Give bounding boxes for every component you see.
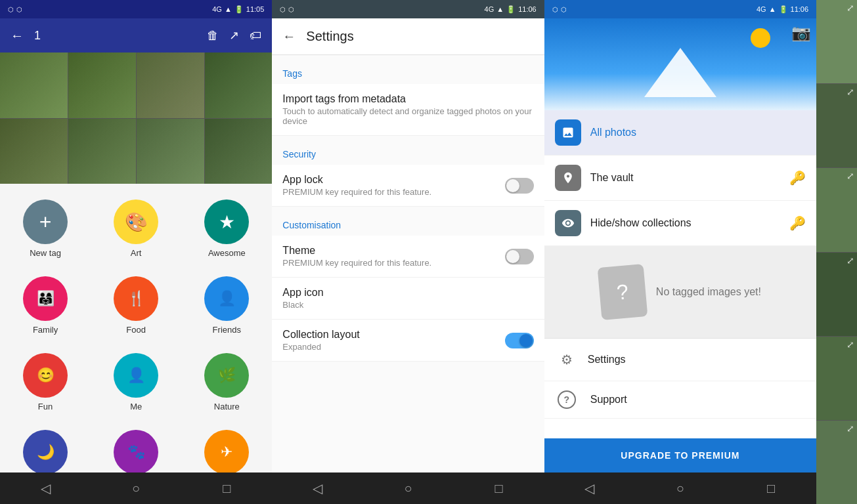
share-button[interactable]: ↗: [229, 28, 239, 43]
tag-item-friends[interactable]: 👤 Friends: [181, 267, 272, 344]
tag-label-nature: Nature: [214, 402, 240, 411]
photo-cell-7[interactable]: [137, 119, 204, 184]
collection-layout-text: Collection layout Expanded: [282, 329, 504, 352]
tag-item-me[interactable]: 👤 Me: [91, 344, 181, 421]
status-info-right-2: 4G ▲ 🔋 11:06: [485, 5, 537, 14]
tag-item-fun[interactable]: 😊 Fun: [0, 344, 91, 421]
back-nav-3[interactable]: ◁: [577, 475, 603, 501]
import-tags-item[interactable]: Import tags from metadata Touch to autom…: [272, 84, 544, 136]
nav-settings-item[interactable]: ⚙ Settings: [544, 339, 816, 381]
expand-icon-4[interactable]: ⤢: [846, 255, 854, 266]
collection-layout-item[interactable]: Collection layout Expanded: [272, 320, 544, 362]
tag-button[interactable]: 🏷: [250, 29, 261, 43]
panel-main: ⬡ ⬡ 4G ▲ 🔋 11:06 📷 All photos: [544, 0, 816, 504]
app-lock-toggle[interactable]: [505, 178, 534, 194]
photo-cell-1[interactable]: [0, 52, 68, 118]
nav-list: All photos The vault 🔑 Hide/show collect…: [544, 110, 816, 438]
toolbar-1: ← 1 🗑 ↗ 🏷: [0, 18, 272, 52]
expand-icon-6[interactable]: ⤢: [846, 423, 854, 434]
no-images-section: ? No tagged images yet!: [544, 246, 816, 339]
theme-toggle[interactable]: [505, 249, 534, 264]
tag-item-awesome[interactable]: ★ Awesome: [181, 190, 272, 267]
tag-circle-fun: 😊: [23, 353, 68, 398]
photo-cell-6[interactable]: [68, 119, 136, 184]
theme-sub: PREMIUM key required for this feature.: [282, 258, 504, 268]
tag-item-pets[interactable]: 🐾 Pets: [91, 421, 181, 472]
tag-circle-new-tag: +: [23, 200, 68, 244]
nav-support-item[interactable]: ? Support: [544, 381, 816, 419]
tag-item-travel[interactable]: ✈ Travel: [181, 421, 272, 472]
hide-show-key-icon: 🔑: [789, 215, 806, 231]
no-images-text: No tagged images yet!: [656, 286, 761, 298]
nav-all-photos[interactable]: All photos: [544, 110, 816, 156]
network-type-2: 4G: [485, 5, 494, 13]
upgrade-button[interactable]: UPGRADE TO PREMIUM: [544, 438, 816, 472]
photo-cell-5[interactable]: [0, 119, 68, 184]
photo-cell-2[interactable]: [68, 52, 136, 118]
tag-label-new-tag: New tag: [30, 248, 61, 258]
right-photo-3[interactable]: ⤢: [816, 168, 857, 251]
home-nav-2[interactable]: ○: [395, 475, 422, 501]
tag-circle-travel: ✈: [204, 430, 249, 472]
right-photo-1[interactable]: ⤢: [816, 0, 857, 83]
bottom-nav-list: ⚙ Settings ? Support: [544, 339, 816, 419]
tag-item-family[interactable]: 👨‍👩‍👧 Family: [0, 267, 91, 344]
nav-bar-2: ◁ ○ □: [272, 472, 544, 504]
app-lock-label: App lock: [282, 174, 504, 186]
android-icon3: ⬡: [280, 6, 286, 13]
nav-hide-show[interactable]: Hide/show collections 🔑: [544, 201, 816, 246]
tag-circle-nature: 🌿: [204, 353, 249, 398]
photo-cell-8[interactable]: [205, 119, 273, 184]
back-nav-2[interactable]: ◁: [304, 475, 330, 501]
status-bar-2: ⬡ ⬡ 4G ▲ 🔋 11:06: [272, 0, 544, 18]
settings-content: Tags Import tags from metadata Touch to …: [272, 55, 544, 472]
right-photo-4[interactable]: ⤢: [816, 253, 857, 336]
expand-icon-3[interactable]: ⤢: [846, 171, 854, 181]
back-nav-1[interactable]: ◁: [32, 475, 58, 501]
app-lock-item[interactable]: App lock PREMIUM key required for this f…: [272, 165, 544, 207]
all-photos-label: All photos: [590, 127, 806, 138]
tag-item-food[interactable]: 🍴 Food: [91, 267, 181, 344]
recent-nav-2[interactable]: □: [486, 475, 512, 501]
camera-icon[interactable]: 📷: [791, 24, 811, 42]
all-photos-icon: [555, 119, 581, 146]
theme-item[interactable]: Theme PREMIUM key required for this feat…: [272, 236, 544, 278]
photo-cell-4[interactable]: [205, 52, 273, 118]
nav-the-vault[interactable]: The vault 🔑: [544, 156, 816, 201]
collection-layout-toggle[interactable]: [505, 333, 534, 348]
tag-circle-night: 🌙: [23, 430, 68, 472]
back-button-settings[interactable]: ←: [282, 29, 296, 44]
tag-circle-pets: 🐾: [114, 430, 158, 472]
expand-icon-5[interactable]: ⤢: [846, 339, 854, 350]
home-nav-1[interactable]: ○: [123, 475, 149, 501]
tag-item-nature[interactable]: 🌿 Nature: [181, 344, 272, 421]
status-icons-left-3: ⬡ ⬡: [552, 6, 567, 13]
delete-button[interactable]: 🗑: [207, 29, 219, 43]
tag-item-new-tag[interactable]: + New tag: [0, 190, 91, 267]
app-header: 📷: [544, 18, 816, 110]
recent-nav-3[interactable]: □: [758, 475, 784, 501]
expand-icon-2[interactable]: ⤢: [846, 87, 854, 97]
app-lock-text: App lock PREMIUM key required for this f…: [282, 174, 504, 197]
import-tags-sub: Touch to automatically detect and organi…: [282, 106, 533, 126]
back-button-1[interactable]: ←: [11, 28, 24, 43]
app-icon-sub: Black: [282, 300, 533, 310]
section-tags: Tags Import tags from metadata Touch to …: [272, 55, 544, 136]
signal-icon-1: ▲: [225, 5, 232, 13]
home-nav-3[interactable]: ○: [667, 475, 693, 501]
expand-icon-1[interactable]: ⤢: [846, 3, 854, 13]
right-photo-6[interactable]: ⤢: [816, 421, 857, 504]
tag-circle-me: 👤: [114, 353, 158, 398]
photo-cell-3[interactable]: [137, 52, 204, 118]
tag-circle-awesome: ★: [204, 200, 249, 244]
tag-item-art[interactable]: 🎨 Art: [91, 190, 181, 267]
theme-text: Theme PREMIUM key required for this feat…: [282, 245, 504, 268]
right-photo-2[interactable]: ⤢: [816, 84, 857, 167]
right-photo-5[interactable]: ⤢: [816, 337, 857, 420]
recent-nav-1[interactable]: □: [213, 475, 240, 501]
app-icon-item[interactable]: App icon Black: [272, 278, 544, 320]
tag-label-fun: Fun: [38, 402, 53, 411]
status-info-right: 4G ▲ 🔋 11:05: [212, 5, 264, 14]
section-customisation: Customisation Theme PREMIUM key required…: [272, 207, 544, 362]
tag-item-night[interactable]: 🌙 Night: [0, 421, 91, 472]
